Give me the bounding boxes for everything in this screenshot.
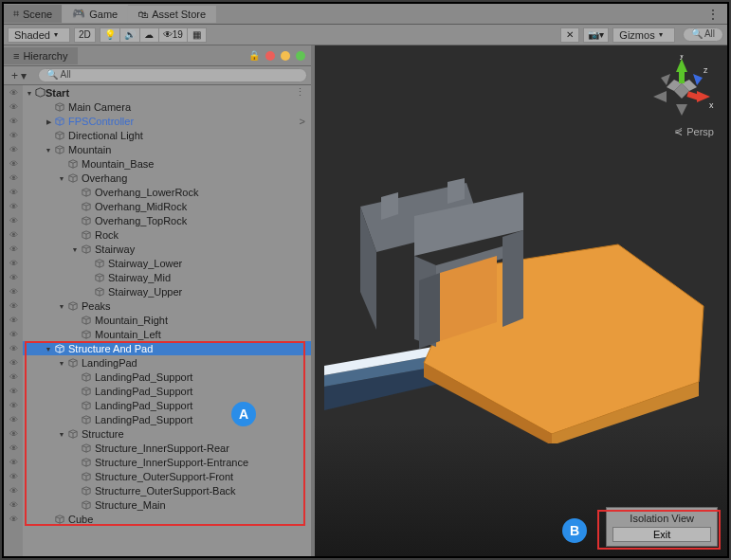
visibility-toggle[interactable]: 👁 — [4, 171, 23, 185]
scene-menu-icon[interactable]: ⋮ — [295, 86, 305, 99]
tree-row[interactable]: Stairway_Mid — [23, 270, 311, 284]
expand-arrow-icon[interactable] — [44, 145, 53, 154]
isolation-exit-button[interactable]: Exit — [612, 527, 711, 542]
expand-arrow-icon[interactable] — [57, 301, 66, 311]
scene-search[interactable]: 🔍 All — [683, 27, 723, 42]
visibility-toggle[interactable]: 👁 — [4, 99, 23, 114]
visibility-toggle[interactable]: 👁 — [4, 497, 23, 512]
tree-row[interactable]: LandingPad_Support — [23, 398, 311, 412]
tree-row[interactable]: LandingPad — [23, 355, 311, 370]
expand-arrow-icon[interactable] — [57, 358, 66, 368]
tree-row[interactable]: FPSController> — [23, 114, 311, 128]
visibility-toggle[interactable]: 👁 — [4, 156, 23, 171]
chevron-right-icon[interactable]: > — [300, 116, 305, 127]
audio-toggle[interactable]: 🔊 — [120, 27, 140, 43]
hierarchy-tab[interactable]: ≡ Hierarchy — [4, 47, 78, 64]
gizmos-dropdown[interactable]: Gizmos — [612, 27, 674, 43]
tree-row[interactable]: Mountain_Base — [23, 156, 311, 171]
tab-game[interactable]: 🎮 Game — [63, 5, 128, 23]
visibility-toggle[interactable]: 👁 — [4, 412, 23, 426]
tree-row[interactable]: Stairway_Lower — [23, 256, 311, 270]
tree-row[interactable]: Overhang_LowerRock — [23, 185, 311, 199]
add-object-button[interactable]: + ▾ — [8, 69, 30, 82]
tools-button[interactable]: ✕ — [560, 27, 579, 43]
tree-row[interactable]: LandingPad_Support — [23, 384, 311, 398]
scene-root[interactable]: Start ⋮ — [23, 85, 311, 99]
visibility-toggle[interactable]: 👁 — [4, 128, 23, 142]
tree-row[interactable]: Cube — [23, 512, 311, 526]
visibility-toggle[interactable]: 👁 — [4, 313, 23, 327]
window-maximize-icon[interactable] — [296, 51, 305, 61]
visibility-toggle[interactable]: 👁 — [4, 242, 23, 256]
visibility-toggle[interactable]: 👁 — [4, 455, 23, 469]
expand-arrow-icon[interactable] — [57, 173, 66, 183]
visibility-toggle[interactable]: 👁 — [4, 469, 23, 483]
tree-row[interactable]: Structure_InnerSupport-Entrance — [23, 455, 311, 469]
tree-row[interactable]: Mountain_Left — [23, 327, 311, 341]
camera-button[interactable]: 📷▾ — [583, 27, 609, 43]
tree-row[interactable]: Overhang_TopRock — [23, 213, 311, 227]
expand-arrow-icon[interactable] — [25, 88, 34, 98]
draw-mode-select[interactable]: Shaded — [8, 27, 70, 43]
visibility-toggle[interactable]: 👁 — [4, 185, 23, 199]
hierarchy-search[interactable]: 🔍 All — [38, 68, 307, 82]
tree-row[interactable]: Mountain — [23, 142, 311, 156]
tree-row[interactable]: Structure And Pad — [23, 341, 311, 355]
visibility-toggle[interactable]: 👁 — [4, 370, 23, 384]
tree-row[interactable]: Overhang_MidRock — [23, 199, 311, 213]
visibility-toggle[interactable]: 👁 — [4, 341, 23, 355]
tree-row[interactable]: Structure_InnerSupport-Rear — [23, 441, 311, 455]
tree-row[interactable]: Stairway_Upper — [23, 284, 311, 298]
tree-row[interactable]: Stairway — [23, 242, 311, 256]
visibility-toggle[interactable]: 👁 — [4, 284, 23, 298]
tree-row[interactable]: LandingPad_Support — [23, 370, 311, 384]
mode-2d-button[interactable]: 2D — [74, 27, 96, 43]
visibility-toggle[interactable]: 👁 — [4, 114, 23, 128]
visibility-toggle[interactable]: 👁 — [4, 398, 23, 412]
window-close-icon[interactable] — [265, 51, 275, 61]
tree-row[interactable]: Overhang — [23, 171, 311, 185]
tree-row[interactable]: LandingPad_Support — [23, 412, 311, 426]
fx-toggle[interactable]: ☁ — [140, 27, 159, 43]
tree-row[interactable]: Structure_Main — [23, 497, 311, 512]
grid-toggle[interactable]: ▦ — [188, 27, 207, 43]
tree-row[interactable]: Mountain_Right — [23, 313, 311, 327]
tree-row[interactable]: Main Camera — [23, 99, 311, 114]
tree-row[interactable]: Rock — [23, 227, 311, 242]
eye-icon: 👁 — [9, 244, 18, 254]
hidden-objects-button[interactable]: 👁 19 — [159, 27, 188, 43]
lighting-toggle[interactable]: 💡 — [100, 27, 120, 43]
tree-row[interactable]: Peaks — [23, 298, 311, 313]
visibility-toggle[interactable]: 👁 — [4, 384, 23, 398]
tree-row[interactable]: Structure_OuterSupport-Front — [23, 469, 311, 483]
visibility-toggle[interactable]: 👁 — [4, 483, 23, 497]
visibility-toggle[interactable]: 👁 — [4, 441, 23, 455]
visibility-toggle[interactable]: 👁 — [4, 298, 23, 313]
visibility-toggle[interactable]: 👁 — [4, 85, 23, 99]
expand-arrow-icon[interactable] — [57, 429, 66, 439]
scene-viewport[interactable]: y x z ⋞ Persp — [315, 45, 727, 556]
visibility-toggle[interactable]: 👁 — [4, 213, 23, 227]
visibility-toggle[interactable]: 👁 — [4, 355, 23, 370]
expand-arrow-icon[interactable] — [70, 244, 80, 254]
projection-label[interactable]: ⋞ Persp — [674, 125, 714, 137]
tree-row[interactable]: Structurre_OuterSupport-Back — [23, 483, 311, 497]
tab-asset-store[interactable]: 🛍 Asset Store — [128, 6, 216, 23]
visibility-toggle[interactable]: 👁 — [4, 227, 23, 242]
visibility-toggle[interactable]: 👁 — [4, 512, 23, 526]
tree-row[interactable]: Structure — [23, 426, 311, 441]
visibility-toggle[interactable]: 👁 — [4, 270, 23, 284]
lock-icon[interactable]: 🔒 — [248, 50, 260, 61]
visibility-toggle[interactable]: 👁 — [4, 256, 23, 270]
visibility-toggle[interactable]: 👁 — [4, 142, 23, 156]
tab-scene[interactable]: ⌗ Scene — [4, 5, 63, 23]
tab-menu-icon[interactable]: ⋮ — [706, 7, 720, 22]
orientation-gizmo[interactable]: y x z — [649, 55, 714, 119]
expand-arrow-icon[interactable] — [44, 344, 53, 353]
window-minimize-icon[interactable] — [281, 51, 290, 61]
visibility-toggle[interactable]: 👁 — [4, 327, 23, 341]
visibility-toggle[interactable]: 👁 — [4, 199, 23, 213]
expand-arrow-icon[interactable] — [44, 117, 53, 126]
tree-row[interactable]: Directional Light — [23, 128, 311, 142]
visibility-toggle[interactable]: 👁 — [4, 426, 23, 441]
